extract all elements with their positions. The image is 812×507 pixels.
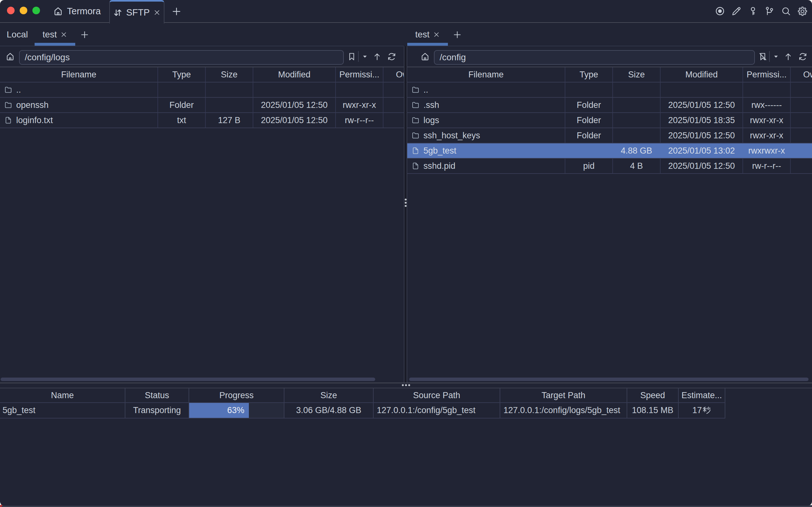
- column-header-speed[interactable]: Speed: [627, 388, 679, 402]
- file-name: logs: [424, 115, 439, 125]
- splitter-grip[interactable]: [402, 384, 410, 386]
- file-type: [565, 144, 613, 158]
- close-tab-icon[interactable]: [433, 31, 440, 38]
- transfer-target-path: 127.0.0.1:/config/logs/5gb_test: [500, 403, 627, 418]
- file-size: 127 B: [206, 113, 253, 127]
- column-header-type[interactable]: Type: [158, 67, 206, 82]
- column-header-modified[interactable]: Modified: [253, 67, 336, 82]
- file-owner: [791, 82, 812, 97]
- file-permissions: [336, 82, 383, 97]
- file-row-openssh[interactable]: openssh Folder 2025/01/05 12:50 rwxr-xr-…: [0, 98, 404, 113]
- column-header-status[interactable]: Status: [125, 388, 189, 402]
- file-row-parent[interactable]: ..: [0, 82, 404, 98]
- file-size: 4.88 GB: [613, 144, 661, 158]
- bookmark-icon: [347, 51, 356, 62]
- keys-button[interactable]: [748, 6, 758, 16]
- column-header-permissions[interactable]: Permissi...: [743, 67, 791, 82]
- column-header-owner[interactable]: Owner: [383, 67, 404, 82]
- close-window-button[interactable]: [7, 7, 15, 14]
- zoom-window-button[interactable]: [33, 7, 40, 14]
- column-header-filename[interactable]: Filename: [407, 67, 565, 82]
- home-icon[interactable]: [421, 52, 430, 61]
- cjk-seconds-glyph: [702, 406, 711, 415]
- new-tab-button[interactable]: [169, 5, 183, 18]
- file-name: .ssh: [424, 100, 439, 110]
- home-icon[interactable]: [6, 52, 15, 61]
- column-header-filename[interactable]: Filename: [0, 67, 158, 82]
- column-header-source-path[interactable]: Source Path: [374, 388, 500, 402]
- left-new-tab-button[interactable]: [75, 23, 94, 46]
- titlebar: Termora SFTP: [0, 0, 812, 23]
- search-button[interactable]: [781, 6, 791, 16]
- right-bookmark-button[interactable]: [758, 51, 767, 62]
- left-path-input[interactable]: [19, 50, 344, 65]
- file-owner: [791, 144, 812, 158]
- right-path-input[interactable]: [434, 50, 755, 65]
- folder-icon: [4, 86, 12, 94]
- settings-button[interactable]: [798, 6, 807, 16]
- right-new-tab-button[interactable]: [448, 23, 466, 46]
- tab-termora-home[interactable]: Termora: [53, 0, 101, 22]
- column-header-size[interactable]: Size: [613, 67, 661, 82]
- left-horizontal-scrollbar[interactable]: [1, 378, 375, 381]
- pane-splitter[interactable]: [404, 46, 407, 383]
- file-size: [206, 98, 253, 112]
- close-tab-icon[interactable]: [60, 31, 67, 38]
- left-pathbar: [0, 46, 404, 67]
- transfer-row-5gb-test[interactable]: 5gb_test Transporting 63% 3.06 GB/4.88 G…: [0, 403, 725, 418]
- column-header-owner[interactable]: Owner: [791, 67, 812, 82]
- minimize-window-button[interactable]: [20, 7, 27, 14]
- left-pane-tabs: Local test: [0, 23, 404, 46]
- pencil-icon: [732, 6, 741, 16]
- search-icon: [781, 6, 791, 16]
- column-header-permissions[interactable]: Permissi...: [336, 67, 383, 82]
- right-horizontal-scrollbar[interactable]: [409, 378, 809, 381]
- left-parent-dir-button[interactable]: [373, 51, 382, 62]
- record-button[interactable]: [715, 6, 725, 16]
- file-row-ssh-host-keys[interactable]: ssh_host_keys Folder 2025/01/05 12:50 rw…: [407, 128, 812, 144]
- file-row-parent[interactable]: ..: [407, 82, 812, 98]
- transfer-name: 5gb_test: [0, 403, 125, 418]
- tab-test-left-label: test: [43, 30, 57, 40]
- transfers-header: Name Status Progress Size Source Path Ta…: [0, 388, 725, 403]
- column-header-modified[interactable]: Modified: [661, 67, 743, 82]
- edit-button[interactable]: [732, 6, 741, 16]
- file-owner: [383, 82, 404, 97]
- column-header-size[interactable]: Size: [284, 388, 374, 402]
- column-header-type[interactable]: Type: [565, 67, 613, 82]
- file-size: [206, 82, 253, 97]
- file-modified: 2025/01/05 12:50: [661, 159, 743, 173]
- file-row-logs[interactable]: logs Folder 2025/01/05 18:35 rwxr-xr-x: [407, 113, 812, 128]
- plus-icon: [172, 7, 181, 16]
- close-tab-icon[interactable]: [153, 9, 161, 16]
- file-row-5gb-test-selected[interactable]: 5gb_test 4.88 GB 2025/01/05 13:02 rwxrwx…: [407, 144, 812, 159]
- right-bookmark-dropdown[interactable]: [772, 53, 779, 60]
- file-row-sshd-pid[interactable]: sshd.pid pid 4 B 2025/01/05 12:50 rw-r--…: [407, 159, 812, 174]
- tab-sftp[interactable]: SFTP: [109, 0, 164, 23]
- chevron-down-icon: [362, 53, 368, 60]
- file-owner: [383, 113, 404, 127]
- tab-test-left[interactable]: test: [35, 23, 75, 46]
- file-name: loginfo.txt: [16, 115, 53, 125]
- left-bookmark-button[interactable]: [347, 51, 356, 62]
- folder-icon: [412, 101, 419, 109]
- file-type: txt: [158, 113, 206, 127]
- file-type: [565, 82, 613, 97]
- right-parent-dir-button[interactable]: [784, 51, 793, 62]
- column-header-estimate[interactable]: Estimate...: [679, 388, 725, 402]
- right-refresh-button[interactable]: [798, 52, 807, 61]
- tab-test-right[interactable]: test: [407, 23, 448, 46]
- column-header-progress[interactable]: Progress: [189, 388, 284, 402]
- column-header-size[interactable]: Size: [206, 67, 253, 82]
- port-forwarding-button[interactable]: [765, 6, 774, 16]
- column-header-name[interactable]: Name: [0, 388, 125, 402]
- splitter-grip[interactable]: [405, 199, 407, 208]
- file-row-loginfo[interactable]: loginfo.txt txt 127 B 2025/01/05 12:50 r…: [0, 113, 404, 128]
- left-bookmark-dropdown[interactable]: [361, 53, 368, 60]
- left-refresh-button[interactable]: [387, 52, 396, 61]
- column-header-target-path[interactable]: Target Path: [500, 388, 627, 402]
- file-row-ssh[interactable]: .ssh Folder 2025/01/05 12:50 rwx------: [407, 98, 812, 113]
- transfers-splitter[interactable]: [0, 383, 812, 388]
- file-permissions: [743, 82, 791, 97]
- tab-local[interactable]: Local: [0, 23, 35, 46]
